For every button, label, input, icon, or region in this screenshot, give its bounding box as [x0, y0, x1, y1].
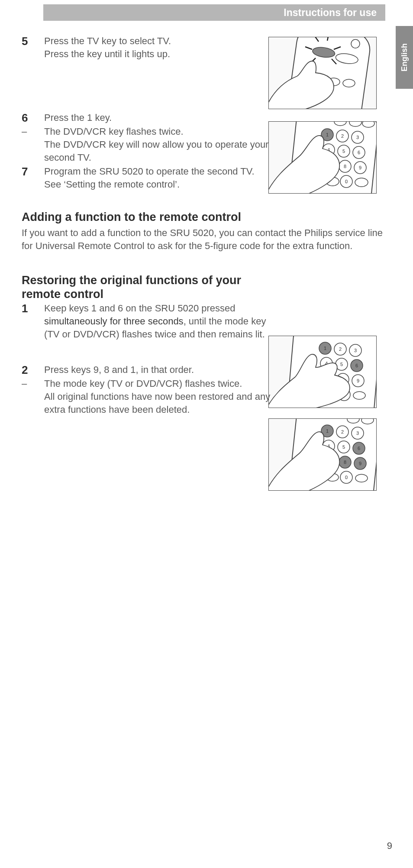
step-text: Program the SRU 5020 to operate the seco…: [44, 165, 390, 191]
step-number: 6: [22, 111, 44, 124]
svg-text:6: 6: [358, 446, 360, 451]
page-number: 9: [387, 840, 392, 852]
step-text-bold: simultaneously for three seconds: [44, 316, 184, 327]
heading-restoring: Restoring the original functions of your…: [22, 273, 390, 301]
svg-text:3: 3: [356, 431, 359, 436]
step-text: Press the TV key to select TV. Press the…: [44, 35, 390, 61]
step-6-result: – The DVD/VCR key flashes twice. The DVD…: [22, 125, 390, 164]
figure-press-981-icon: 1 2 3 4 5 6 7 8 9 0: [268, 418, 377, 491]
step-number: 5: [22, 35, 44, 61]
step-line: The mode key (TV or DVD/VCR) flashes twi…: [44, 378, 242, 389]
language-label: English: [400, 43, 409, 71]
step-5: 5 Press the TV key to select TV. Press t…: [22, 35, 390, 61]
step-text: Press keys 9, 8 and 1, in that order.: [44, 363, 390, 376]
svg-text:1: 1: [326, 428, 329, 434]
step-text: Keep keys 1 and 6 on the SRU 5020 presse…: [44, 302, 390, 341]
header-title: Instructions for use: [284, 7, 377, 19]
step-dash: –: [22, 125, 44, 164]
step-text: The DVD/VCR key flashes twice. The DVD/V…: [44, 125, 390, 164]
svg-point-84: [355, 474, 368, 482]
svg-point-85: [361, 419, 374, 424]
content-area: 5 Press the TV key to select TV. Press t…: [22, 35, 390, 417]
heading-adding-function: Adding a function to the remote control: [22, 211, 390, 224]
step-dash: –: [22, 377, 44, 416]
step-line: The DVD/VCR key will now allow you to op…: [44, 139, 268, 163]
step-number: 2: [22, 363, 44, 376]
header-bar: Instructions for use: [43, 4, 385, 21]
step-6: 6 Press the 1 key.: [22, 111, 390, 124]
step-line: The DVD/VCR key flashes twice.: [44, 126, 184, 137]
svg-text:0: 0: [345, 475, 348, 480]
step-7: 7 Program the SRU 5020 to operate the se…: [22, 165, 390, 191]
step-number: 1: [22, 302, 44, 341]
step-line: Press the key until it lights up.: [44, 49, 170, 59]
step-text-part: Keep keys 1 and 6 on the SRU 5020 presse…: [44, 303, 236, 314]
restore-step-2: 2 Press keys 9, 8 and 1, in that order.: [22, 363, 390, 376]
restore-step-2-result: – The mode key (TV or DVD/VCR) flashes t…: [22, 377, 390, 416]
language-tab: English: [396, 26, 413, 89]
step-number: 7: [22, 165, 44, 191]
svg-text:5: 5: [342, 444, 345, 450]
step-line: Press the TV key to select TV.: [44, 36, 171, 46]
svg-text:2: 2: [341, 429, 344, 434]
restore-step-1: 1 Keep keys 1 and 6 on the SRU 5020 pres…: [22, 302, 390, 341]
step-line: See ‘Setting the remote control’.: [44, 179, 180, 190]
svg-text:8: 8: [344, 460, 346, 465]
svg-text:9: 9: [359, 461, 361, 466]
step-text: Press the 1 key.: [44, 111, 390, 124]
para-adding-function: If you want to add a function to the SRU…: [22, 227, 390, 253]
step-text: The mode key (TV or DVD/VCR) flashes twi…: [44, 377, 390, 416]
step-line: Program the SRU 5020 to operate the seco…: [44, 166, 255, 177]
step-line: All original functions have now been res…: [44, 391, 270, 415]
